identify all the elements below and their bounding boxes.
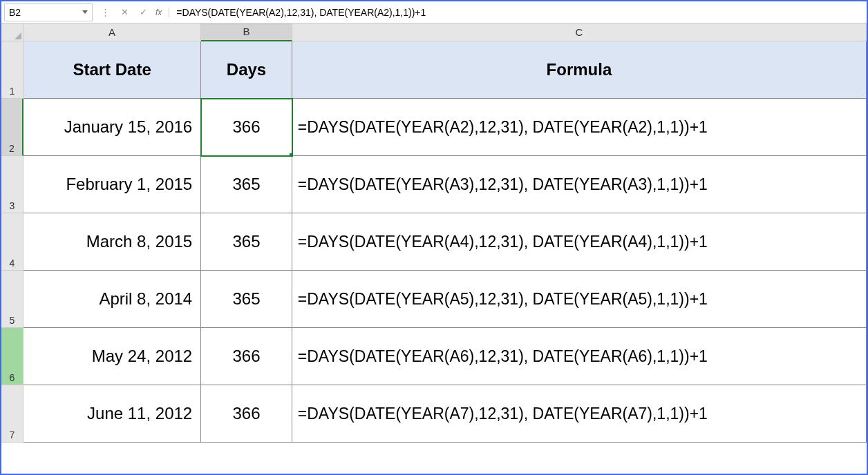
cell-C4[interactable]: =DAYS(DATE(YEAR(A4),12,31), DATE(YEAR(A4… (292, 213, 867, 271)
cell-A2[interactable]: January 15, 2016 (23, 99, 201, 156)
cell-A5[interactable]: April 8, 2014 (23, 271, 201, 328)
header-days[interactable]: Days (201, 41, 292, 99)
row-headers: 1 2 3 4 5 6 7 (1, 41, 23, 443)
spreadsheet-grid: A B C 1 2 3 4 5 6 7 Start Date Days Form… (1, 23, 867, 443)
row-header-2[interactable]: 2 (1, 99, 23, 156)
formula-input[interactable] (169, 1, 867, 23)
dots-icon: ⋮ (101, 7, 110, 17)
chevron-down-icon[interactable] (82, 10, 88, 14)
table-row: March 8, 2015 365 =DAYS(DATE(YEAR(A4),12… (23, 213, 867, 271)
enter-icon[interactable]: ✓ (140, 7, 147, 17)
cell-C2[interactable]: =DAYS(DATE(YEAR(A2),12,31), DATE(YEAR(A2… (292, 99, 867, 156)
table-row: April 8, 2014 365 =DAYS(DATE(YEAR(A5),12… (23, 271, 867, 328)
row-header-7[interactable]: 7 (1, 385, 23, 443)
row-header-3[interactable]: 3 (1, 156, 23, 213)
row-header-4[interactable]: 4 (1, 213, 23, 271)
row-header-5[interactable]: 5 (1, 271, 23, 328)
cell-B5[interactable]: 365 (201, 271, 292, 328)
formula-bar-icons: ⋮ ✕ ✓ (95, 7, 153, 17)
fx-label[interactable]: fx (153, 8, 169, 17)
column-header-C[interactable]: C (292, 23, 867, 41)
cancel-icon[interactable]: ✕ (121, 7, 129, 17)
column-headers: A B C (23, 23, 867, 41)
header-start-date[interactable]: Start Date (23, 41, 201, 99)
column-header-B[interactable]: B (201, 23, 292, 41)
table-row: February 1, 2015 365 =DAYS(DATE(YEAR(A3)… (23, 156, 867, 213)
cell-B4[interactable]: 365 (201, 213, 292, 271)
cells-area: Start Date Days Formula January 15, 2016… (23, 41, 867, 443)
select-all-corner[interactable] (1, 23, 23, 41)
name-box-text: B2 (9, 7, 82, 18)
formula-bar: B2 ⋮ ✕ ✓ fx (1, 1, 867, 23)
cell-B6[interactable]: 366 (201, 328, 292, 385)
cell-C3[interactable]: =DAYS(DATE(YEAR(A3),12,31), DATE(YEAR(A3… (292, 156, 867, 213)
cell-A6[interactable]: May 24, 2012 (23, 328, 201, 385)
cell-A7[interactable]: June 11, 2012 (23, 385, 201, 443)
table-row: January 15, 2016 366 =DAYS(DATE(YEAR(A2)… (23, 99, 867, 156)
row-header-6[interactable]: 6 (1, 328, 23, 385)
row-header-1[interactable]: 1 (1, 41, 23, 99)
cell-A4[interactable]: March 8, 2015 (23, 213, 201, 271)
table-row: May 24, 2012 366 =DAYS(DATE(YEAR(A6),12,… (23, 328, 867, 385)
name-box[interactable]: B2 (4, 3, 93, 21)
column-header-A[interactable]: A (23, 23, 201, 41)
header-formula[interactable]: Formula (292, 41, 867, 99)
cell-B7[interactable]: 366 (201, 385, 292, 443)
cell-B2[interactable]: 366 (201, 99, 292, 156)
cell-A3[interactable]: February 1, 2015 (23, 156, 201, 213)
cell-C7[interactable]: =DAYS(DATE(YEAR(A7),12,31), DATE(YEAR(A7… (292, 385, 867, 443)
cell-C6[interactable]: =DAYS(DATE(YEAR(A6),12,31), DATE(YEAR(A6… (292, 328, 867, 385)
table-row: June 11, 2012 366 =DAYS(DATE(YEAR(A7),12… (23, 385, 867, 443)
cell-B3[interactable]: 365 (201, 156, 292, 213)
cell-C5[interactable]: =DAYS(DATE(YEAR(A5),12,31), DATE(YEAR(A5… (292, 271, 867, 328)
header-row: Start Date Days Formula (23, 41, 867, 99)
